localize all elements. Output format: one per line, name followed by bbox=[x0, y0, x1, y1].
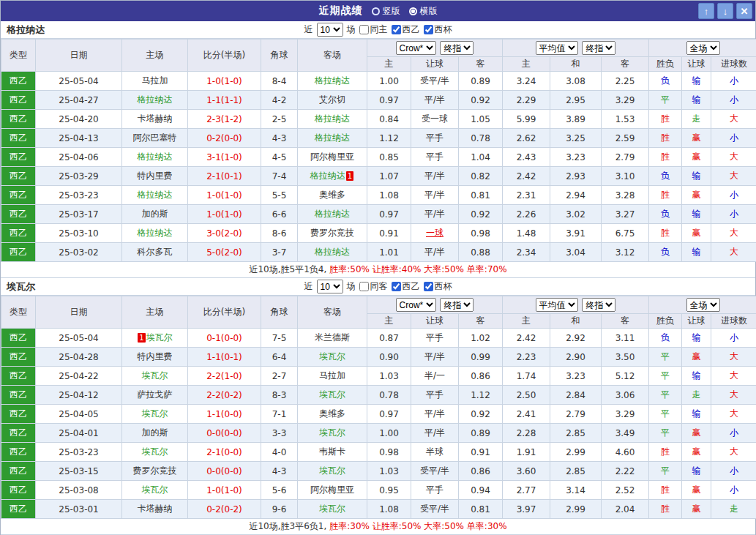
team-label: 埃瓦尔 bbox=[142, 446, 168, 457]
team-label: 奥维多 bbox=[319, 190, 345, 200]
ah-line: 平/半 bbox=[411, 205, 459, 224]
close-button[interactable]: ✕ bbox=[736, 3, 752, 19]
match-date: 25-03-02 bbox=[36, 243, 122, 262]
team-section-eibar: 埃瓦尔 近 10 场 同客 西乙 西杯 bbox=[1, 278, 755, 535]
ah-time-select[interactable]: 终指 bbox=[440, 298, 474, 312]
eu-draw-odds: 2.93 bbox=[550, 167, 602, 186]
goals-flag: 小 bbox=[711, 329, 756, 348]
away-team: 格拉纳达 bbox=[298, 110, 367, 129]
goals-flag: 大 bbox=[711, 167, 756, 186]
layout-vertical-radio[interactable]: 竖版 bbox=[372, 5, 400, 18]
handicap-flag: 赢 bbox=[682, 443, 711, 462]
corners: 4-3 bbox=[261, 129, 298, 148]
near-label: 近 bbox=[304, 280, 313, 293]
match-row: 西乙 25-04-01 加的斯 0-0(0-0) 3-3 埃瓦尔 1.00 平/… bbox=[1, 424, 756, 443]
scope-header: 全场 bbox=[649, 40, 756, 57]
home-team: 特内里费 bbox=[122, 167, 188, 186]
match-row: 西乙 25-03-08 埃瓦尔 1-0(1-0) 5-6 阿尔梅里亚 0.95 … bbox=[1, 481, 756, 500]
ah-line: 半球 bbox=[411, 443, 459, 462]
team-label: 格拉纳达 bbox=[315, 247, 350, 257]
cup-checkbox[interactable] bbox=[424, 282, 433, 291]
handicap-flag: 赢 bbox=[682, 424, 711, 443]
ah-time-select[interactable]: 终指 bbox=[440, 41, 474, 55]
match-count-select[interactable]: 10 bbox=[317, 280, 343, 293]
move-down-button[interactable]: ↓ bbox=[717, 3, 733, 19]
ah-line: 平/半 bbox=[411, 91, 459, 110]
cup-checkbox[interactable] bbox=[424, 25, 433, 34]
ah-home-odds: 1.12 bbox=[367, 129, 411, 148]
summary-row: 近10场,胜3平6负1, 胜率:30% 让胜率:50% 大率:50% 单率:30… bbox=[1, 519, 755, 535]
team-label: 费罗尔竞技 bbox=[133, 465, 177, 476]
home-team: 埃瓦尔 bbox=[122, 405, 188, 424]
away-team: 艾尔切 bbox=[298, 91, 367, 110]
same-away-checkbox[interactable] bbox=[359, 282, 369, 291]
filter-controls: 近 10 场 同主 西乙 西杯 bbox=[304, 23, 452, 37]
filter-controls: 近 10 场 同客 西乙 西杯 bbox=[304, 280, 452, 293]
match-date: 25-03-23 bbox=[36, 443, 122, 462]
games-label: 场 bbox=[347, 280, 356, 293]
home-team: 1埃瓦尔 bbox=[122, 329, 188, 348]
eu-away-odds: 2.22 bbox=[602, 462, 649, 481]
ah-company-select[interactable]: Crow* bbox=[396, 41, 436, 55]
near-label: 近 bbox=[304, 23, 313, 36]
goals-flag: 小 bbox=[711, 186, 756, 205]
ah-away-odds: 0.89 bbox=[459, 424, 503, 443]
away-team: 费罗尔竞技 bbox=[298, 224, 367, 243]
eu-draw-odds: 3.89 bbox=[550, 110, 602, 129]
ah-home-odds: 0.87 bbox=[367, 329, 411, 348]
team-label: 特内里费 bbox=[138, 171, 173, 181]
away-team: 格拉纳达 bbox=[298, 243, 367, 262]
eu-time-select[interactable]: 终指 bbox=[582, 41, 615, 55]
eu-home-odds: 2.62 bbox=[503, 129, 550, 148]
corners: 8-3 bbox=[261, 386, 298, 405]
same-home-checkbox[interactable] bbox=[359, 25, 369, 34]
home-team: 加的斯 bbox=[122, 205, 188, 224]
team-label: 埃瓦尔 bbox=[146, 332, 173, 343]
ah-away-odds: 0.82 bbox=[459, 167, 503, 186]
cup-filter[interactable]: 西杯 bbox=[424, 280, 452, 293]
layout-horizontal-radio[interactable]: 横版 bbox=[409, 5, 438, 18]
ah-home-odds: 0.97 bbox=[367, 205, 411, 224]
league-checkbox[interactable] bbox=[392, 282, 401, 291]
eu-company-select[interactable]: 平均值 bbox=[536, 41, 578, 55]
eu-time-select[interactable]: 终指 bbox=[582, 298, 615, 312]
same-home-filter[interactable]: 同主 bbox=[359, 23, 388, 36]
eu-away-odds: 1.53 bbox=[602, 110, 649, 129]
team-label: 格拉纳达 bbox=[315, 113, 350, 124]
goals-flag: 小 bbox=[711, 481, 756, 500]
same-away-filter[interactable]: 同客 bbox=[359, 280, 388, 293]
scope-select[interactable]: 全场 bbox=[686, 41, 720, 55]
away-team: 埃瓦尔 bbox=[298, 500, 367, 519]
corners: 6-6 bbox=[261, 205, 298, 224]
eu-away-odds: 3.50 bbox=[602, 348, 649, 367]
col-ah-line: 让球 bbox=[411, 57, 459, 72]
eu-away-odds: 2.04 bbox=[602, 500, 649, 519]
match-count-select[interactable]: 10 bbox=[317, 23, 343, 37]
ah-home-odds: 0.91 bbox=[367, 224, 411, 243]
league-filter[interactable]: 西乙 bbox=[392, 23, 420, 36]
move-up-button[interactable]: ↑ bbox=[698, 3, 714, 19]
result-flag: 胜 bbox=[649, 443, 682, 462]
league-filter[interactable]: 西乙 bbox=[392, 280, 420, 293]
corners: 3-7 bbox=[261, 243, 298, 262]
match-row: 西乙 25-03-23 埃瓦尔 2-1(0-0) 4-0 韦斯卡 0.98 半球… bbox=[1, 443, 756, 462]
checkbox-label: 同客 bbox=[370, 280, 388, 293]
league-checkbox[interactable] bbox=[392, 25, 401, 34]
cup-filter[interactable]: 西杯 bbox=[424, 23, 452, 36]
ah-company-select[interactable]: Crow* bbox=[396, 298, 436, 312]
eu-away-odds: 2.25 bbox=[602, 72, 649, 91]
corners: 5-6 bbox=[261, 481, 298, 500]
match-row: 西乙 25-03-15 费罗尔竞技 0-0(0-0) 4-3 埃瓦尔 1.03 … bbox=[1, 462, 756, 481]
team-label: 格拉纳达 bbox=[138, 228, 173, 238]
col-away: 客场 bbox=[298, 40, 367, 72]
match-row: 西乙 25-04-05 埃瓦尔 1-1(0-0) 7-1 奥维多 0.97 平/… bbox=[1, 405, 756, 424]
eu-company-select[interactable]: 平均值 bbox=[536, 298, 578, 312]
col-handicap: 让球 bbox=[682, 314, 711, 329]
eu-home-odds: 2.23 bbox=[503, 348, 550, 367]
eu-home-odds: 2.41 bbox=[503, 405, 550, 424]
eu-odds-header: 平均值 终指 bbox=[503, 40, 649, 57]
score: 2-1(0-0) bbox=[188, 443, 261, 462]
scope-select[interactable]: 全场 bbox=[686, 298, 720, 312]
score: 5-0(2-0) bbox=[188, 243, 261, 262]
eu-away-odds: 3.12 bbox=[602, 243, 649, 262]
